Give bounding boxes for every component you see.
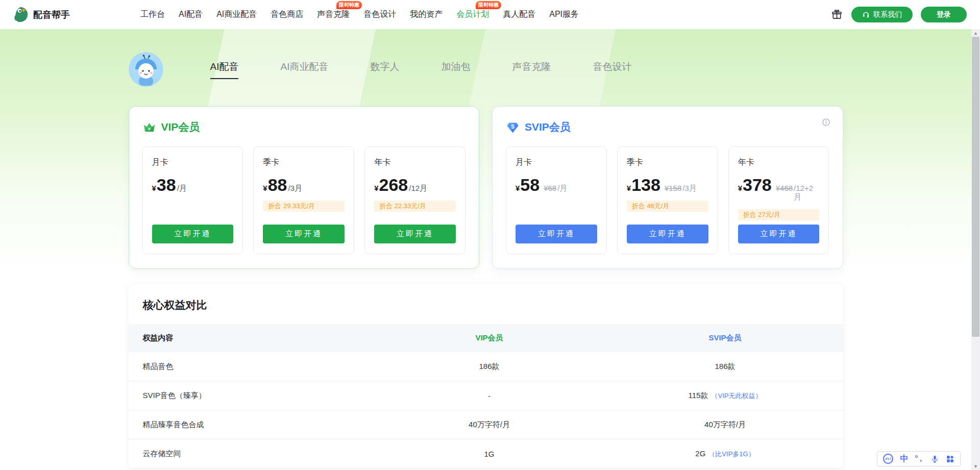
discount-per-month-badge: 折合 27元/月 — [738, 209, 820, 220]
membership-panels: v VIP会员 月卡 ¥ 38 — [129, 106, 843, 269]
benefit-column-header: 权益内容 — [129, 333, 372, 343]
main-nav: 工作台 AI配音 AI商业配音 音色商店 限时特惠 — [140, 9, 579, 20]
plan-unit: /月 — [177, 184, 187, 193]
discount-per-month-badge: 折合 22.33元/月 — [374, 201, 456, 212]
plan-price-row: ¥ 38 /月 — [152, 176, 234, 193]
nav-item-label: 工作台 — [140, 10, 165, 18]
punctuation-icon[interactable]: °， — [915, 454, 924, 463]
plan-price: 58 — [520, 176, 540, 193]
main-area: AI配音 AI商业配音 数字人 加油包 声音克隆 音色设计 — [0, 29, 971, 470]
subscribe-button[interactable]: 立即开通 — [516, 225, 597, 243]
vip-value-cell: - — [372, 391, 607, 400]
plan-name: 年卡 — [374, 157, 456, 168]
vip-panel-title: VIP会员 — [161, 120, 200, 134]
limited-offer-badge: 限时特惠 — [336, 1, 362, 9]
currency-symbol: ¥ — [152, 184, 156, 192]
nav-item[interactable]: AI商业配音 — [216, 9, 257, 20]
ime-toolbar: iFLY 中 °， — [877, 451, 961, 466]
product-tab[interactable]: AI商业配音 — [280, 60, 328, 79]
nav-item[interactable]: 限时特惠 会员计划 — [456, 9, 489, 20]
plan-card: 季卡 ¥ 138 ¥158 /3月 折合 46元/月 立即开通 — [617, 146, 718, 254]
product-tab[interactable]: 加油包 — [441, 60, 470, 79]
plan-name: 季卡 — [263, 157, 345, 168]
nav-item[interactable]: 音色商店 — [271, 9, 303, 20]
contact-us-label: 联系我们 — [873, 10, 902, 19]
nav-item[interactable]: 音色设计 — [363, 9, 396, 20]
product-tab[interactable]: 音色设计 — [593, 60, 631, 79]
nav-item[interactable]: API服务 — [549, 9, 579, 20]
nav-item-label: 声音克隆 — [317, 10, 350, 18]
plan-name: 月卡 — [152, 157, 234, 168]
headset-icon — [862, 11, 870, 18]
product-tab[interactable]: 数字人 — [370, 60, 399, 79]
comparison-rows: 精品音色 186款 186款 SVIP音色（臻享） - 115款（VIP无此权益… — [129, 352, 843, 468]
product-tab[interactable]: AI配音 — [210, 60, 239, 79]
product-tab[interactable]: 声音克隆 — [512, 60, 551, 79]
benefit-name-cell: 云存储空间 — [129, 449, 372, 459]
nav-item[interactable]: 限时特惠 声音克隆 — [317, 9, 350, 20]
plan-unit: /3月 — [288, 184, 303, 193]
plan-card: 月卡 ¥ 58 ¥68 /月 立即开通 — [506, 146, 607, 254]
microphone-icon[interactable] — [930, 455, 939, 463]
nav-item-label: AI配音 — [179, 10, 203, 18]
login-button[interactable]: 登录 — [921, 7, 967, 22]
mascot-avatar — [129, 52, 163, 87]
benefits-comparison-panel: 核心权益对比 权益内容 VIP会员 SVIP会员 精品音色 186款 186款 — [129, 284, 843, 468]
nav-item-label: 真人配音 — [503, 10, 535, 18]
vip-column-header: VIP会员 — [372, 333, 607, 343]
table-row: 精品臻享音色合成 40万字符/月 40万字符/月 — [129, 410, 843, 439]
nav-item[interactable]: 真人配音 — [503, 9, 535, 20]
ifly-logo-icon[interactable]: iFLY — [883, 454, 893, 464]
nav-item[interactable]: 工作台 — [140, 9, 165, 20]
table-row: 精品音色 186款 186款 — [129, 352, 843, 381]
benefit-name-cell: 精品臻享音色合成 — [129, 420, 372, 430]
nav-item[interactable]: 我的资产 — [410, 9, 443, 20]
plan-unit: /3月 — [682, 184, 697, 193]
scrollbar-thumb[interactable] — [972, 37, 979, 337]
plan-price-row: ¥ 138 ¥158 /3月 — [627, 176, 708, 193]
pricing-page: 配音帮手 工作台 AI配音 AI商业配音 — [0, 0, 980, 470]
chinese-mode-icon[interactable]: 中 — [900, 454, 908, 464]
apps-grid-icon[interactable] — [946, 455, 954, 463]
vip-plan-cards: 月卡 ¥ 38 /月 立即开通 — [142, 146, 466, 254]
plan-price: 268 — [379, 176, 408, 193]
currency-symbol: ¥ — [516, 184, 520, 192]
svip-value-cell: 115款（VIP无此权益） — [607, 391, 843, 401]
vip-value-cell: 40万字符/月 — [372, 420, 607, 430]
svip-note[interactable]: （比VIP多1G） — [708, 450, 754, 458]
nav-item-label: 我的资产 — [410, 10, 443, 18]
gift-icon[interactable] — [830, 8, 843, 21]
scroll-up-arrow[interactable]: ▲ — [971, 29, 980, 37]
svg-text:v: v — [148, 126, 151, 131]
info-icon[interactable] — [822, 118, 830, 127]
svip-value-cell: 2G（比VIP多1G） — [607, 449, 843, 459]
vip-value-cell: 186款 — [372, 362, 607, 372]
subscribe-button[interactable]: 立即开通 — [738, 225, 820, 243]
plan-unit: /月 — [557, 184, 567, 193]
scrollbar[interactable]: ▲ ▼ — [971, 29, 980, 470]
nav-item-label: 音色设计 — [363, 10, 396, 18]
plan-original-price: ¥468 — [776, 184, 793, 192]
svip-value-cell: 40万字符/月 — [607, 420, 843, 430]
plan-name: 月卡 — [516, 157, 597, 168]
plan-price: 38 — [157, 176, 176, 193]
brand-logo[interactable]: 配音帮手 — [13, 6, 70, 23]
discount-per-month-badge: 折合 46元/月 — [627, 201, 708, 212]
plan-name: 季卡 — [627, 157, 708, 168]
vip-value-cell: 1G — [372, 450, 607, 458]
subscribe-button[interactable]: 立即开通 — [627, 225, 708, 243]
nav-item[interactable]: AI配音 — [179, 9, 203, 20]
contact-us-button[interactable]: 联系我们 — [851, 7, 913, 22]
table-row: SVIP音色（臻享） - 115款（VIP无此权益） — [129, 381, 843, 410]
subscribe-button[interactable]: 立即开通 — [152, 225, 234, 243]
parrot-logo-icon — [13, 6, 29, 23]
subscribe-button[interactable]: 立即开通 — [374, 225, 456, 243]
nav-item-label: 音色商店 — [271, 10, 303, 18]
currency-symbol: ¥ — [627, 184, 631, 192]
svip-note[interactable]: （VIP无此权益） — [711, 392, 762, 400]
nav-item-label: AI商业配音 — [216, 10, 257, 18]
plan-card: 年卡 ¥ 378 ¥468 /12+2月 折合 27元/月 立即开通 — [728, 146, 829, 254]
subscribe-button[interactable]: 立即开通 — [263, 225, 345, 243]
svip-column-header: SVIP会员 — [607, 333, 843, 343]
scroll-down-arrow[interactable]: ▼ — [971, 462, 980, 470]
